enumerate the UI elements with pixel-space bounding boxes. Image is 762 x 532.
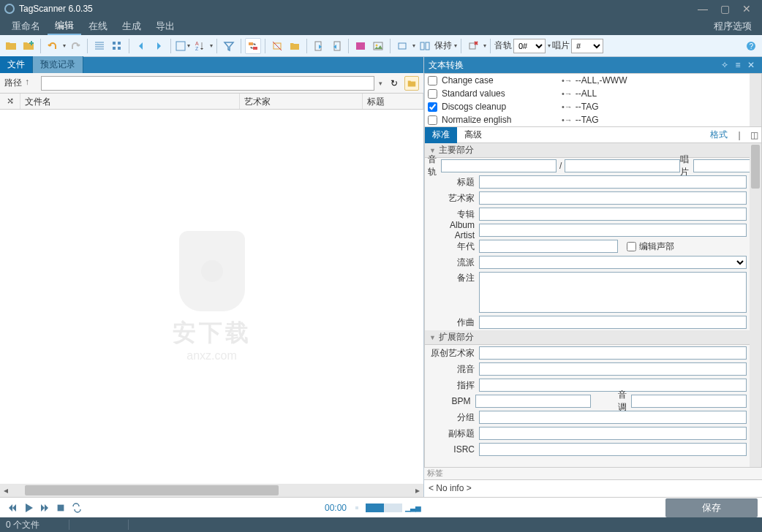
undo-dropdown[interactable]: ▾ xyxy=(62,38,66,54)
filter-icon[interactable] xyxy=(221,38,237,54)
close-button[interactable]: ✕ xyxy=(736,3,758,15)
menu-rename[interactable]: 重命名 xyxy=(4,18,48,34)
section-ext[interactable]: ▼扩展部分 xyxy=(425,330,750,345)
folder-tag-icon[interactable] xyxy=(287,38,303,54)
label-year: 年代 xyxy=(428,240,479,253)
column-layout-icon[interactable] xyxy=(417,38,433,54)
input-artist[interactable] xyxy=(479,191,747,205)
progress-bar[interactable] xyxy=(355,506,358,509)
menu-online[interactable]: 在线 xyxy=(81,18,115,34)
input-bpm[interactable] xyxy=(475,395,591,408)
input-subtitle[interactable] xyxy=(479,427,747,440)
add-folder-icon[interactable] xyxy=(20,38,37,54)
tab-standard[interactable]: 标准 xyxy=(425,126,457,143)
add-transform-icon[interactable]: ✧ xyxy=(718,60,731,70)
input-comment[interactable] xyxy=(479,272,747,313)
play-button[interactable] xyxy=(20,500,37,516)
arrow-left-icon[interactable] xyxy=(133,38,149,54)
menu-generate[interactable]: 生成 xyxy=(115,18,148,34)
list-view-icon[interactable] xyxy=(91,38,107,54)
input-remix[interactable] xyxy=(479,362,747,376)
input-isrc[interactable] xyxy=(479,443,747,456)
tag-dropdown[interactable]: ▾ xyxy=(412,38,415,54)
app-title: TagScanner 6.0.35 xyxy=(19,4,692,14)
input-track[interactable] xyxy=(441,159,557,172)
input-group[interactable] xyxy=(479,411,747,424)
svg-point-14 xyxy=(376,44,378,46)
input-title[interactable] xyxy=(479,175,747,189)
track-extra-dropdown[interactable]: ▾ xyxy=(547,38,551,54)
right-panel: 文本转换 ✧ ≡ ✕ Change case•→--ALL,-WWW Stand… xyxy=(424,57,762,497)
input-album[interactable] xyxy=(479,208,747,221)
clear-tag-icon[interactable] xyxy=(269,38,285,54)
section-main[interactable]: ▼主要部分 xyxy=(425,143,750,158)
format-link[interactable]: 格式 xyxy=(706,129,732,141)
input-orig-artist[interactable] xyxy=(479,346,747,360)
editor-vscroll[interactable] xyxy=(750,143,761,467)
transform-check[interactable] xyxy=(428,89,437,99)
refresh-icon[interactable]: ↻ xyxy=(387,76,401,91)
sort-az-icon[interactable]: AZ xyxy=(192,38,208,54)
path-input[interactable] xyxy=(41,76,374,91)
repeat-button[interactable] xyxy=(69,500,85,516)
delete-tag-icon[interactable] xyxy=(465,38,481,54)
prev-button[interactable] xyxy=(4,500,20,516)
transform-check[interactable] xyxy=(428,76,437,86)
text-icon[interactable] xyxy=(352,38,369,54)
file-list[interactable]: 安下载 anxz.com xyxy=(0,110,423,484)
undo-icon[interactable] xyxy=(45,38,61,54)
image-icon[interactable] xyxy=(370,38,386,54)
input-album-artist[interactable] xyxy=(479,224,747,237)
input-track-total[interactable] xyxy=(565,159,680,172)
transform-check[interactable] xyxy=(428,115,437,125)
col-shuffle[interactable]: ⤭ xyxy=(0,94,20,109)
editor-layout-icon[interactable]: ◫ xyxy=(747,130,761,140)
arrow-right-icon[interactable] xyxy=(151,38,167,54)
tab-file[interactable]: 文件 xyxy=(0,56,33,73)
col-artist[interactable]: 艺术家 xyxy=(240,94,363,109)
check-edit-voice[interactable] xyxy=(627,242,636,251)
close-transform-icon[interactable]: ✕ xyxy=(744,60,758,70)
next-button[interactable] xyxy=(37,500,53,516)
label-composer: 作曲 xyxy=(428,316,479,329)
open-folder-icon[interactable] xyxy=(3,38,19,54)
path-dropdown-icon[interactable]: ▾ xyxy=(379,80,382,87)
track-combo[interactable]: 0# xyxy=(513,39,546,53)
grid-view-icon[interactable] xyxy=(109,38,125,54)
paste-to-icon[interactable] xyxy=(328,38,344,54)
maximize-button[interactable]: ▢ xyxy=(714,3,736,15)
help-icon[interactable]: ? xyxy=(743,38,759,54)
menu-edit[interactable]: 编辑 xyxy=(48,18,81,35)
input-key[interactable] xyxy=(631,395,747,408)
browse-folder-icon[interactable] xyxy=(404,76,419,91)
select-dropdown[interactable]: ▾ xyxy=(175,38,190,54)
sort-dropdown[interactable]: ▾ xyxy=(209,38,213,54)
tag-dropdown-icon[interactable] xyxy=(394,38,410,54)
select-genre[interactable] xyxy=(479,256,747,269)
transforms-vscroll[interactable] xyxy=(750,74,761,126)
stop-button[interactable] xyxy=(53,500,69,516)
left-panel: 文件 预览记录 路径 ↑ ▾ ↻ ⤭ 文件名 艺术家 标题 安下载 anxz.c… xyxy=(0,57,424,497)
hscrollbar[interactable]: ◂▸ xyxy=(0,484,423,497)
menu-export[interactable]: 导出 xyxy=(148,18,182,34)
menu-options[interactable]: 程序选项 xyxy=(708,18,758,34)
minimize-button[interactable]: — xyxy=(692,3,714,15)
transforms-list[interactable]: Change case•→--ALL,-WWW Standard values•… xyxy=(424,73,762,127)
menu-transform-icon[interactable]: ≡ xyxy=(731,60,744,70)
volume-slider[interactable] xyxy=(366,503,402,512)
up-folder-icon[interactable]: ↑ xyxy=(25,77,38,90)
input-composer[interactable] xyxy=(479,316,747,329)
redo-icon[interactable] xyxy=(67,38,83,54)
tab-advanced[interactable]: 高级 xyxy=(457,126,489,143)
col-filename[interactable]: 文件名 xyxy=(20,94,240,109)
input-year[interactable] xyxy=(479,240,618,253)
col-title[interactable]: 标题 xyxy=(363,94,423,109)
album-combo[interactable]: # xyxy=(571,39,603,53)
transform-check[interactable] xyxy=(428,102,437,112)
tab-preview[interactable]: 预览记录 xyxy=(33,56,83,73)
paste-from-icon[interactable] xyxy=(311,38,327,54)
delete-dropdown[interactable]: ▾ xyxy=(483,38,486,54)
keep-dropdown[interactable]: ▾ xyxy=(453,38,457,54)
replace-icon[interactable] xyxy=(245,38,261,54)
save-button[interactable]: 保存 xyxy=(665,498,758,517)
